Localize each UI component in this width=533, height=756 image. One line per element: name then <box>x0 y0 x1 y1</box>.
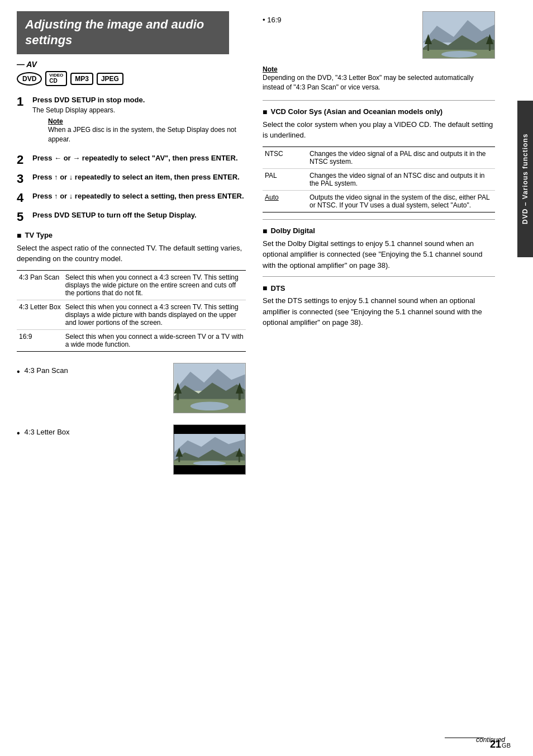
svg-rect-24 <box>427 43 429 51</box>
letterbox-thumbnail <box>173 424 246 475</box>
divider-2 <box>263 219 495 220</box>
svg-rect-26 <box>489 43 491 51</box>
vcd-color-desc: Select the color system when you play a … <box>263 119 495 141</box>
step-2: 2 Press ← or → repeatedly to select "AV"… <box>17 153 246 167</box>
vcd-color-header: VCD Color Sys (Asian and Oceanian models… <box>263 107 495 116</box>
setting-letterbox-desc: Select this when you connect a 4:3 scree… <box>63 300 246 329</box>
right-note-title: Note <box>263 65 495 73</box>
step-1-note: Note When a JPEG disc is in the system, … <box>48 117 246 144</box>
setting-letterbox-name: 4:3 Letter Box <box>17 300 63 329</box>
panscan-bullet: • 4:3 Pan Scan <box>17 360 246 413</box>
vcd-auto-desc: Outputs the video signal in the system o… <box>307 190 495 212</box>
badge-dvd: DVD <box>17 72 42 86</box>
setting-169-desc: Select this when you connect a wide-scre… <box>63 329 246 351</box>
page-number: 21 <box>490 739 501 750</box>
step-5: 5 Press DVD SETUP to turn off the Setup … <box>17 210 246 224</box>
letterbox-bar-top <box>174 425 245 434</box>
divider-1 <box>263 100 495 101</box>
panscan-bullet-content: • 4:3 Pan Scan <box>17 360 168 380</box>
vcd-pal-name: PAL <box>263 168 307 190</box>
format-badges: DVD VIDEOCD MP3 JPEG <box>17 71 246 86</box>
tv-type-title: TV Type <box>25 231 53 239</box>
step-1-note-title: Note <box>48 117 246 125</box>
bullet-dot-panscan: • <box>17 366 20 377</box>
step-5-title: Press DVD SETUP to turn off the Setup Di… <box>32 210 246 220</box>
step-5-number: 5 <box>17 210 32 224</box>
169-bullet-content: • 16:9 <box>263 11 422 29</box>
divider-3 <box>263 276 495 277</box>
dolby-title: Dolby Digital <box>270 226 315 235</box>
table-row: 4:3 Letter Box Select this when you conn… <box>17 300 246 329</box>
step-1-title: Press DVD SETUP in stop mode. <box>32 95 246 105</box>
page-header: Adjusting the image and audio settings <box>17 11 229 54</box>
step-3: 3 Press ↑ or ↓ repeatedly to select an i… <box>17 172 246 186</box>
right-column: • 16:9 <box>257 11 495 734</box>
step-4-title: Press ↑ or ↓ repeatedly to select a sett… <box>32 191 246 201</box>
vcd-table: NTSC Changes the video signal of a PAL d… <box>263 147 495 212</box>
page-number-row: 21 GB <box>490 739 511 750</box>
step-4-number: 4 <box>17 191 32 205</box>
page-container: DVD – Various functions Adjusting the im… <box>0 0 533 756</box>
vcd-ntsc-desc: Changes the video signal of a PAL disc a… <box>307 147 495 168</box>
av-label: — AV <box>17 60 246 69</box>
dolby-desc: Set the Dolby Digital settings to enjoy … <box>263 238 495 271</box>
step-2-number: 2 <box>17 153 32 167</box>
169-svg <box>423 12 495 59</box>
step-3-number: 3 <box>17 172 32 186</box>
bullet-letterbox: • 4:3 Letter Box <box>17 428 168 438</box>
bullet-panscan-label: 4:3 Pan Scan <box>25 366 68 375</box>
table-row: PAL Changes the video signal of an NTSC … <box>263 168 495 190</box>
setting-pan-scan-desc: Select this when you connect a 4:3 scree… <box>63 270 246 300</box>
tv-type-header: TV Type <box>17 231 246 240</box>
main-content: Adjusting the image and audio settings —… <box>0 0 517 756</box>
vcd-pal-desc: Changes the video signal of an NTSC disc… <box>307 168 495 190</box>
badge-vcd: VIDEOCD <box>45 71 67 86</box>
169-bullet-row: • 16:9 <box>263 11 495 59</box>
side-tab-label: DVD – Various functions <box>521 134 529 224</box>
tv-type-table: 4:3 Pan Scan Select this when you connec… <box>17 270 246 352</box>
bullet-169-label: 16:9 <box>267 16 281 24</box>
svg-point-23 <box>441 51 477 58</box>
tv-type-desc: Select the aspect ratio of the connected… <box>17 243 246 264</box>
badge-jpeg: JPEG <box>97 73 123 85</box>
step-1: 1 Press DVD SETUP in stop mode. The Setu… <box>17 95 246 148</box>
dolby-header: Dolby Digital <box>263 226 495 235</box>
bullet-letterbox-label: 4:3 Letter Box <box>25 428 70 436</box>
letterbox-bullet: • 4:3 Letter Box <box>17 421 246 475</box>
page-suffix: GB <box>502 742 511 749</box>
step-4: 4 Press ↑ or ↓ repeatedly to select a se… <box>17 191 246 205</box>
panscan-thumbnail <box>173 363 246 413</box>
bullet-dot-letterbox: • <box>17 428 20 438</box>
step-1-subtitle: The Setup Display appears. <box>32 106 246 114</box>
step-2-title: Press ← or → repeatedly to select "AV", … <box>32 153 246 163</box>
letterbox-bullet-content: • 4:3 Letter Box <box>17 421 168 442</box>
right-note: Note Depending on the DVD, "4:3 Letter B… <box>263 65 495 92</box>
step-1-note-text: When a JPEG disc is in the system, the S… <box>48 125 246 144</box>
table-row: NTSC Changes the video signal of a PAL d… <box>263 147 495 168</box>
step-3-content: Press ↑ or ↓ repeatedly to select an ite… <box>32 172 246 182</box>
panscan-svg <box>174 363 245 413</box>
continued-spacer <box>511 743 512 744</box>
svg-point-5 <box>191 401 229 410</box>
setting-169-name: 16:9 <box>17 329 63 351</box>
dts-header: DTS <box>263 284 495 292</box>
step-1-content: Press DVD SETUP in stop mode. The Setup … <box>32 95 246 148</box>
setting-pan-scan-name: 4:3 Pan Scan <box>17 270 63 300</box>
bullet-panscan: • 4:3 Pan Scan <box>17 366 168 377</box>
vcd-color-title: VCD Color Sys (Asian and Oceanian models… <box>270 107 442 116</box>
dts-title: DTS <box>270 284 285 292</box>
page-title: Adjusting the image and audio settings <box>25 17 221 48</box>
letterbox-bar-bottom <box>174 465 245 474</box>
169-thumbnail <box>422 11 495 59</box>
step-5-content: Press DVD SETUP to turn off the Setup Di… <box>32 210 246 220</box>
right-note-text: Depending on the DVD, "4:3 Letter Box" m… <box>263 73 495 92</box>
vcd-ntsc-name: NTSC <box>263 147 307 168</box>
continued-line <box>445 738 484 738</box>
table-row: Auto Outputs the video signal in the sys… <box>263 190 495 212</box>
badge-mp3: MP3 <box>70 73 93 85</box>
step-3-title: Press ↑ or ↓ repeatedly to select an ite… <box>32 172 246 182</box>
table-row: 4:3 Pan Scan Select this when you connec… <box>17 270 246 300</box>
bullet-169: • 16:9 <box>263 16 422 24</box>
step-1-number: 1 <box>17 95 32 108</box>
side-tab: DVD – Various functions <box>517 101 533 257</box>
